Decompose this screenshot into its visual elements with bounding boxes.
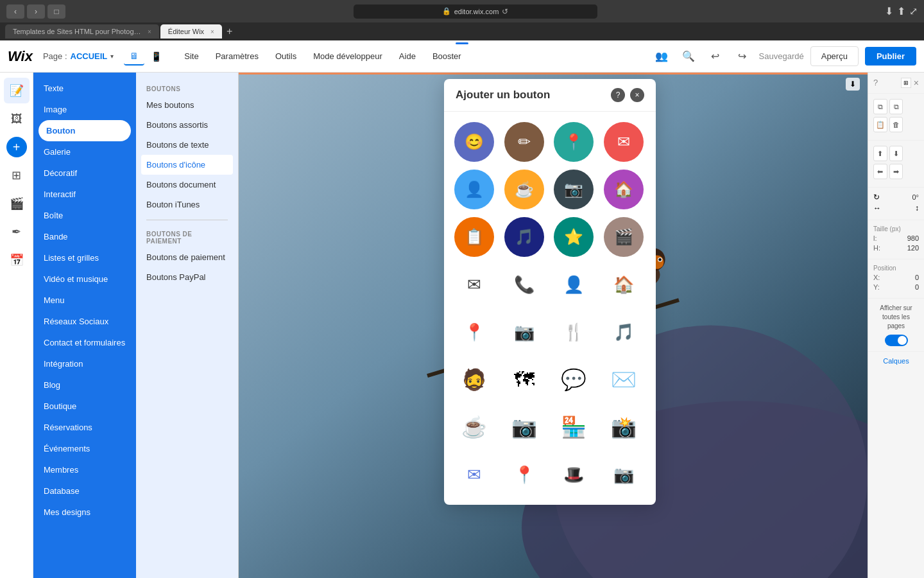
outline-icon-fork[interactable]: 🍴 bbox=[554, 312, 594, 352]
new-tab-button[interactable]: + bbox=[227, 26, 232, 37]
icon-btn-video[interactable]: 🎬 bbox=[604, 217, 644, 257]
tab-editor-close[interactable]: × bbox=[210, 28, 214, 35]
outline-icon-house[interactable]: 🏠 bbox=[604, 265, 644, 304]
rp-copy-btn[interactable]: ⧉ bbox=[873, 99, 887, 114]
rp-mirror-h-icon[interactable]: ↔ bbox=[873, 204, 881, 213]
outline-icon-mail[interactable]: ✉ bbox=[454, 265, 494, 304]
sub-panel-boutons-paypal[interactable]: Boutons PayPal bbox=[136, 267, 238, 287]
panel-item-evenements[interactable]: Événements bbox=[33, 438, 136, 459]
back-button[interactable]: ‹ bbox=[6, 4, 24, 19]
rp-close-btn[interactable]: × bbox=[914, 78, 919, 88]
sub-panel-boutons-texte[interactable]: Boutons de texte bbox=[136, 135, 238, 155]
sub-panel-boutons-paiement[interactable]: Boutons de paiement bbox=[136, 247, 238, 267]
panel-item-bande[interactable]: Bande bbox=[33, 226, 136, 247]
panel-item-reseaux[interactable]: Réseaux Sociaux bbox=[33, 311, 136, 332]
rp-display-toggle[interactable] bbox=[885, 335, 908, 346]
outline-icon-envelope2[interactable]: ✉ bbox=[454, 455, 494, 495]
panel-item-designs[interactable]: Mes designs bbox=[33, 502, 136, 523]
nav-mode-dev[interactable]: Mode développeur bbox=[305, 48, 390, 65]
icon-btn-user[interactable]: 👤 bbox=[454, 170, 494, 209]
icon-btn-camera[interactable]: 📷 bbox=[554, 170, 594, 209]
rp-front-btn[interactable]: ⬆ bbox=[873, 146, 887, 161]
panel-item-contact[interactable]: Contact et formulaires bbox=[33, 332, 136, 353]
apercu-button[interactable]: Aperçu bbox=[810, 46, 859, 66]
sub-panel-boutons-document[interactable]: Boutons document bbox=[136, 175, 238, 195]
icon-btn-edit[interactable]: ✏ bbox=[504, 122, 544, 162]
colored-icon-envelope[interactable]: ✉️ bbox=[604, 360, 644, 399]
outline-icon-hat[interactable]: 🎩 bbox=[554, 455, 594, 495]
rp-delete-btn[interactable]: 🗑 bbox=[889, 117, 903, 132]
panel-item-membres[interactable]: Membres bbox=[33, 459, 136, 480]
icon-btn-coffee[interactable]: ☕ bbox=[504, 170, 544, 209]
outline-icon-phone[interactable]: 📞 bbox=[504, 265, 544, 304]
colored-icon-camera2[interactable]: 📷 bbox=[504, 407, 544, 447]
rp-align-right-btn[interactable]: ➡ bbox=[889, 164, 903, 179]
colored-icon-camera3[interactable]: 📸 bbox=[604, 407, 644, 447]
outline-icon-pin[interactable]: 📍 bbox=[454, 312, 494, 352]
panel-item-image[interactable]: Image bbox=[33, 99, 136, 120]
download-icon[interactable]: ⬇ bbox=[885, 5, 893, 17]
tab-editor[interactable]: Éditeur Wix × bbox=[160, 24, 222, 39]
rp-copy2-btn[interactable]: ⧉ bbox=[889, 99, 903, 114]
outline-icon-music-note[interactable]: 🎵 bbox=[604, 312, 644, 352]
sidebar-icon-text[interactable]: 📝 bbox=[4, 78, 30, 103]
sub-panel-boutons-icone[interactable]: Boutons d'icône bbox=[141, 155, 233, 175]
panel-item-integration[interactable]: Intégration bbox=[33, 353, 136, 374]
sub-panel-bouton-itunes[interactable]: Bouton iTunes bbox=[136, 195, 238, 215]
publish-button[interactable]: Publier bbox=[865, 47, 916, 66]
panel-item-boite[interactable]: Boîte bbox=[33, 205, 136, 226]
rp-help-btn[interactable]: ? bbox=[873, 78, 878, 88]
panel-item-video[interactable]: Vidéo et musique bbox=[33, 268, 136, 290]
rp-back-btn[interactable]: ⬇ bbox=[889, 146, 903, 161]
dialog-help-button[interactable]: ? bbox=[611, 88, 625, 102]
tab-templates-close[interactable]: × bbox=[148, 28, 151, 35]
sub-panel-mes-boutons[interactable]: Mes boutons bbox=[136, 95, 238, 115]
rp-paste-btn[interactable]: 📋 bbox=[873, 117, 887, 132]
sub-panel-boutons-assortis[interactable]: Boutons assortis bbox=[136, 115, 238, 135]
panel-item-listes[interactable]: Listes et grilles bbox=[33, 247, 136, 268]
page-info[interactable]: Page : ACCUEIL ▾ bbox=[43, 51, 114, 61]
panel-item-database[interactable]: Database bbox=[33, 480, 136, 502]
colored-icon-store[interactable]: 🏪 bbox=[554, 407, 594, 447]
outline-icon-person[interactable]: 👤 bbox=[554, 265, 594, 304]
nav-aide[interactable]: Aide bbox=[391, 48, 424, 65]
icon-btn-star[interactable]: ⭐ bbox=[554, 217, 594, 257]
colored-icon-map[interactable]: 🗺 bbox=[504, 360, 544, 399]
sidebar-icon-apps[interactable]: ⊞ bbox=[4, 162, 30, 188]
panel-item-decoratif[interactable]: Décoratif bbox=[33, 162, 136, 184]
nav-booster[interactable]: Booster bbox=[425, 48, 469, 65]
address-bar[interactable]: 🔒 editor.wix.com ↺ bbox=[354, 4, 597, 19]
icon-btn-location[interactable]: 📍 bbox=[554, 122, 594, 162]
outline-icon-pin2[interactable]: 📍 bbox=[504, 455, 544, 495]
forward-button[interactable]: › bbox=[27, 4, 45, 19]
redo-icon-btn[interactable]: ↪ bbox=[732, 46, 753, 67]
panel-item-bouton[interactable]: Bouton bbox=[38, 120, 131, 141]
share-icon[interactable]: ⬆ bbox=[897, 5, 905, 17]
colored-icon-coffee-cup[interactable]: ☕ bbox=[454, 407, 494, 447]
sidebar-icon-media[interactable]: 🎬 bbox=[4, 191, 30, 216]
desktop-view-button[interactable]: 🖥 bbox=[124, 48, 144, 66]
sidebar-icon-pen[interactable]: ✒ bbox=[4, 219, 30, 245]
sidebar-add-button[interactable]: + bbox=[6, 137, 27, 157]
icon-btn-mail[interactable]: ✉ bbox=[604, 122, 644, 162]
colored-icon-man[interactable]: 🧔 bbox=[454, 360, 494, 399]
panel-item-boutique[interactable]: Boutique bbox=[33, 396, 136, 417]
sidebar-icon-image[interactable]: 🖼 bbox=[4, 106, 30, 132]
dialog-close-button[interactable]: × bbox=[630, 88, 644, 102]
nav-site[interactable]: Site bbox=[176, 48, 206, 65]
panel-item-galerie[interactable]: Galerie bbox=[33, 141, 136, 162]
panel-item-menu[interactable]: Menu bbox=[33, 290, 136, 311]
colored-icon-chat[interactable]: 💬 bbox=[554, 360, 594, 399]
sidebar-icon-calendar[interactable]: 📅 bbox=[4, 247, 30, 273]
panel-item-texte[interactable]: Texte bbox=[33, 78, 136, 99]
rp-mirror-v-icon[interactable]: ↕ bbox=[915, 204, 919, 213]
outline-icon-cam[interactable]: 📷 bbox=[604, 455, 644, 495]
mobile-view-button[interactable]: 📱 bbox=[146, 48, 166, 66]
undo-icon-btn[interactable]: ↩ bbox=[705, 46, 726, 67]
panel-item-reservations[interactable]: Réservations bbox=[33, 417, 136, 438]
tab-templates[interactable]: Templates de Sites HTML pour Photographi… bbox=[5, 24, 159, 39]
rp-layers-link[interactable]: Calques bbox=[868, 352, 924, 370]
icon-btn-emoji[interactable]: 😊 bbox=[454, 122, 494, 162]
panel-item-blog[interactable]: Blog bbox=[33, 374, 136, 396]
rp-grid-icon[interactable]: ⊞ bbox=[901, 78, 911, 88]
